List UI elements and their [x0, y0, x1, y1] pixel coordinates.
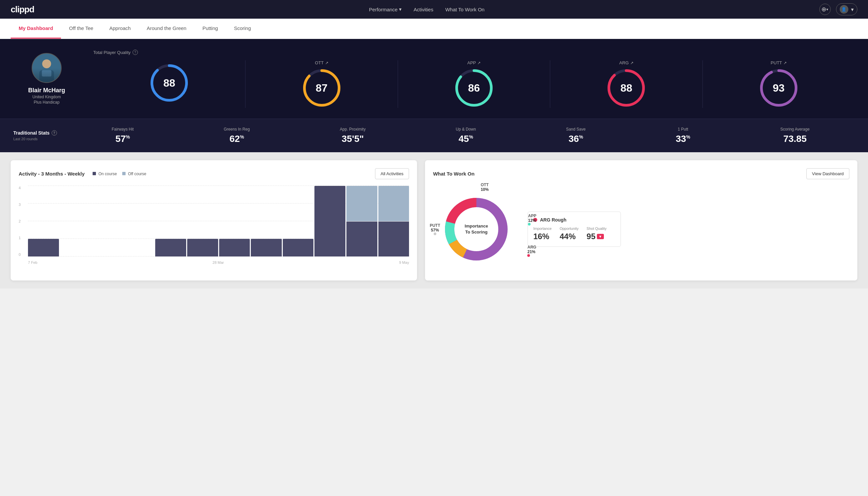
stat-value-oneputt: 33%	[676, 134, 691, 144]
stats-help-icon[interactable]: ?	[52, 130, 57, 136]
tab-scoring[interactable]: Scoring	[226, 19, 259, 38]
score-arg: 88	[620, 82, 632, 94]
stat-value-scoring: 73.85	[780, 134, 810, 144]
score-putt: 93	[773, 82, 785, 94]
add-button[interactable]: ⊕ ▾	[819, 4, 831, 15]
metric-value-opportunity: 44%	[559, 232, 579, 241]
bar-on-course	[314, 186, 345, 257]
bar-on-course	[219, 239, 250, 257]
donut-label-app: APP 12%	[528, 214, 536, 226]
all-activities-button[interactable]: All Activities	[375, 168, 409, 179]
quality-section: Total Player Quality ? 88 OTT ↗	[93, 50, 855, 108]
metric-shotquality: Shot Quality 95 ▼	[586, 227, 606, 241]
quality-item-ott: OTT ↗ 87	[246, 60, 398, 108]
bar-group-7	[251, 186, 282, 257]
donut-section: PUTT 57% OTT 10% APP 12% ARG	[433, 186, 849, 273]
bar-on-course	[187, 239, 218, 257]
stats-subtitle: Last 20 rounds	[13, 137, 67, 141]
bar-group-10	[346, 186, 377, 257]
bottom-section: Activity - 3 Months - Weekly On course O…	[0, 152, 868, 289]
arrow-up-icon-app: ↗	[477, 61, 480, 65]
x-axis-labels: 7 Feb 28 Mar 9 May	[28, 261, 409, 264]
arg-dot	[527, 254, 530, 257]
player-name: Blair McHarg	[28, 87, 65, 94]
quality-item-arg: ARG ↗ 88	[550, 60, 703, 108]
off-course-legend: Off course	[122, 172, 146, 176]
svg-rect-3	[42, 70, 52, 77]
bar-chart: 0 1 2 3 4 7 Feb	[19, 186, 409, 266]
bar-on-course	[251, 239, 282, 257]
stat-updown: Up & Down 45%	[456, 127, 476, 144]
work-on-card: What To Work On View Dashboard PUTT 57% …	[425, 160, 857, 280]
quality-label-arg: ARG ↗	[619, 60, 633, 65]
app-logo[interactable]: clippd	[11, 4, 34, 15]
quality-item-putt: PUTT ↗ 93	[703, 60, 855, 108]
metric-value-importance: 16%	[533, 232, 552, 241]
bar-on-course	[155, 239, 186, 257]
stat-greens: Greens In Reg 62%	[224, 127, 250, 144]
nav-right-controls: ⊕ ▾ 👤 ▾	[819, 3, 857, 15]
metric-opportunity: Opportunity 44%	[559, 227, 579, 241]
player-handicap: Plus Handicap	[34, 100, 59, 105]
nav-links: Performance ▾ Activities What To Work On	[369, 6, 485, 12]
circle-ott: 87	[302, 68, 342, 108]
tab-off-the-tee[interactable]: Off the Tee	[61, 19, 101, 38]
nav-activities[interactable]: Activities	[414, 7, 433, 12]
nav-performance[interactable]: Performance ▾	[369, 6, 402, 12]
view-dashboard-button[interactable]: View Dashboard	[806, 168, 849, 179]
player-location: United Kingdom	[32, 95, 61, 99]
info-metrics: Importance 16% Opportunity 44% Shot Qual…	[533, 227, 615, 241]
player-avatar-image	[32, 53, 61, 83]
donut-label-arg: ARG 21%	[527, 245, 536, 257]
stats-title: Traditional Stats ?	[13, 130, 67, 136]
bar-off-course	[378, 186, 409, 221]
chevron-down-icon: ▾	[826, 7, 828, 12]
nav-what-to-work-on[interactable]: What To Work On	[445, 7, 485, 12]
bar-group-9	[314, 186, 345, 257]
tab-putting[interactable]: Putting	[194, 19, 226, 38]
app-dot	[528, 223, 531, 226]
bar-group-6	[219, 186, 250, 257]
stat-value-updown: 45%	[456, 134, 476, 144]
svg-rect-2	[39, 70, 54, 82]
score-ott: 87	[316, 82, 328, 94]
putt-dot	[434, 233, 436, 235]
info-panel: ARG Rough Importance 16% Opportunity 44%	[527, 212, 621, 247]
donut-label-putt: PUTT 57%	[430, 223, 440, 235]
bar-group-11	[378, 186, 409, 257]
activity-card-title: Activity - 3 Months - Weekly On course O…	[19, 171, 146, 176]
donut-center-text: Importance To Scoring	[464, 223, 488, 235]
stat-value-fairways: 57%	[112, 134, 133, 144]
bar-group-5	[187, 186, 218, 257]
stats-label-section: Traditional Stats ? Last 20 rounds	[13, 130, 67, 141]
quality-help-icon[interactable]: ?	[132, 50, 138, 55]
on-course-dot	[93, 172, 96, 175]
svg-point-1	[42, 59, 51, 68]
user-menu-button[interactable]: 👤 ▾	[836, 3, 857, 15]
top-navigation: clippd Performance ▾ Activities What To …	[0, 0, 868, 19]
player-avatar	[32, 53, 62, 83]
tab-around-the-green[interactable]: Around the Green	[139, 19, 194, 38]
quality-label-app: APP ↗	[467, 60, 480, 65]
player-info: Blair McHarg United Kingdom Plus Handica…	[13, 53, 80, 105]
arrow-up-icon-putt: ↗	[784, 61, 787, 65]
bar-group-4	[155, 186, 186, 257]
user-avatar: 👤	[840, 5, 848, 14]
tab-navigation: My Dashboard Off the Tee Approach Around…	[0, 19, 868, 39]
traditional-stats: Traditional Stats ? Last 20 rounds Fairw…	[0, 119, 868, 152]
quality-item-app: APP ↗ 86	[398, 60, 550, 108]
chevron-down-icon: ▾	[851, 6, 854, 13]
bar-group-2	[92, 186, 123, 257]
arrow-up-icon-arg: ↗	[630, 61, 633, 65]
plus-circle-icon: ⊕	[821, 6, 826, 13]
tab-my-dashboard[interactable]: My Dashboard	[11, 19, 61, 38]
work-on-card-header: What To Work On View Dashboard	[433, 168, 849, 179]
y-axis-labels: 0 1 2 3 4	[19, 186, 21, 257]
tab-approach[interactable]: Approach	[101, 19, 139, 38]
shot-quality-badge: ▼	[597, 234, 604, 239]
quality-title: Total Player Quality ?	[93, 50, 855, 55]
quality-item-total: 88	[93, 60, 246, 108]
metric-value-shotquality: 95 ▼	[586, 232, 606, 241]
bar-on-course	[378, 221, 409, 257]
arrow-up-icon: ↗	[325, 61, 328, 65]
